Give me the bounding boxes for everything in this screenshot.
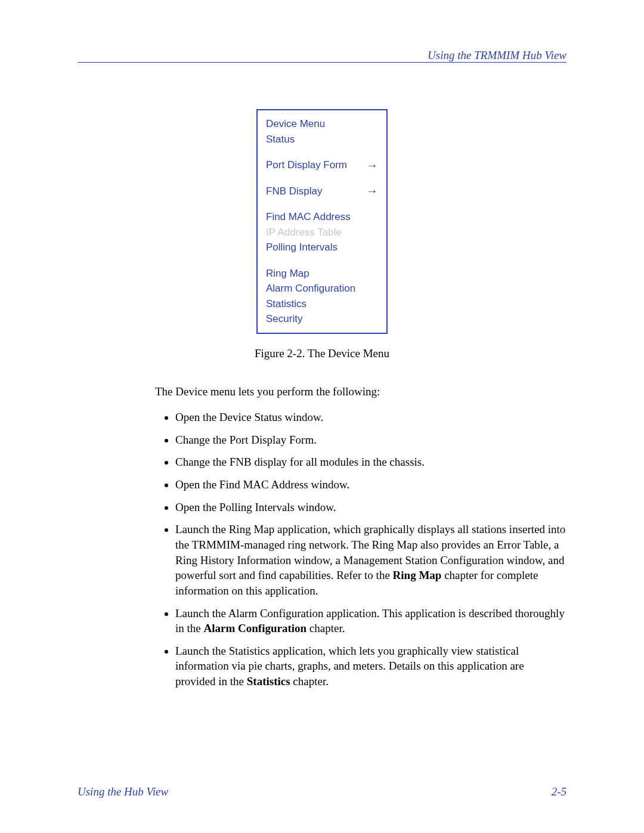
menu-item-label: Status bbox=[266, 132, 295, 147]
device-menu-box: Device Menu Status Port Display Form → F… bbox=[256, 109, 388, 334]
menu-item-find-mac-address[interactable]: Find MAC Address bbox=[266, 209, 378, 225]
intro-text: The Device menu lets you perform the fol… bbox=[155, 384, 566, 400]
menu-item-label: Find MAC Address bbox=[266, 209, 351, 225]
menu-title-text: Device Menu bbox=[266, 116, 325, 132]
menu-item-label: Alarm Configuration bbox=[266, 281, 355, 296]
header-rule bbox=[78, 62, 566, 63]
menu-item-label: Port Display Form bbox=[266, 157, 347, 173]
footer: Using the Hub View 2-5 bbox=[78, 785, 566, 798]
list-item: Open the Polling Intervals window. bbox=[175, 500, 566, 515]
list-item: Launch the Statistics application, which… bbox=[175, 643, 566, 689]
body-content: The Device menu lets you perform the fol… bbox=[155, 384, 566, 689]
footer-page-number: 2-5 bbox=[552, 785, 566, 798]
list-text: Change the Port Display Form. bbox=[175, 433, 317, 446]
list-text: chapter. bbox=[306, 622, 345, 634]
menu-item-label: Security bbox=[266, 311, 302, 327]
list-item: Change the FNB display for all modules i… bbox=[175, 454, 566, 470]
figure-caption: Figure 2-2. The Device Menu bbox=[255, 347, 389, 360]
chevron-right-icon: → bbox=[366, 159, 378, 171]
menu-item-label: Ring Map bbox=[266, 266, 309, 281]
menu-separator bbox=[266, 173, 378, 184]
footer-left: Using the Hub View bbox=[78, 785, 168, 798]
menu-item-fnb-display[interactable]: FNB Display → bbox=[266, 184, 378, 199]
menu-item-polling-intervals[interactable]: Polling Intervals bbox=[266, 240, 378, 255]
header-region: Using the TRMMIM Hub View bbox=[78, 49, 566, 63]
list-item: Open the Device Status window. bbox=[175, 410, 566, 425]
list-item: Launch the Alarm Configuration applicati… bbox=[175, 606, 566, 636]
menu-item-security[interactable]: Security bbox=[266, 311, 378, 327]
menu-separator bbox=[266, 147, 378, 157]
list-text: Change the FNB display for all modules i… bbox=[175, 456, 425, 468]
list-text: Open the Polling Intervals window. bbox=[175, 501, 336, 513]
bullet-list: Open the Device Status window. Change th… bbox=[155, 410, 566, 689]
figure: Device Menu Status Port Display Form → F… bbox=[78, 109, 566, 360]
statistics-ref: Statistics bbox=[247, 675, 290, 688]
menu-separator bbox=[266, 255, 378, 266]
section-title: Using the TRMMIM Hub View bbox=[78, 49, 566, 62]
list-item: Change the Port Display Form. bbox=[175, 432, 566, 448]
menu-item-statistics[interactable]: Statistics bbox=[266, 296, 378, 312]
menu-item-ip-address-table: IP Address Table bbox=[266, 225, 378, 240]
chevron-right-icon: → bbox=[366, 185, 378, 197]
menu-item-status[interactable]: Status bbox=[266, 132, 378, 147]
list-text: Launch the Statistics application, which… bbox=[175, 645, 524, 688]
alarm-config-ref: Alarm Configuration bbox=[204, 622, 307, 634]
ring-map-ref: Ring Map bbox=[393, 569, 442, 581]
menu-item-alarm-configuration[interactable]: Alarm Configuration bbox=[266, 281, 378, 296]
list-text: Open the Find MAC Address window. bbox=[175, 478, 349, 491]
menu-item-ring-map[interactable]: Ring Map bbox=[266, 266, 378, 281]
menu-item-label: Statistics bbox=[266, 296, 306, 312]
page: Using the TRMMIM Hub View Device Menu St… bbox=[0, 0, 644, 833]
menu-item-port-display-form[interactable]: Port Display Form → bbox=[266, 157, 378, 173]
menu-item-label: FNB Display bbox=[266, 184, 322, 199]
menu-separator bbox=[266, 199, 378, 209]
list-text: Open the Device Status window. bbox=[175, 411, 323, 423]
list-item: Launch the Ring Map application, which g… bbox=[175, 522, 566, 598]
menu-item-label: IP Address Table bbox=[266, 225, 342, 240]
list-item: Open the Find MAC Address window. bbox=[175, 477, 566, 493]
menu-title: Device Menu bbox=[266, 116, 378, 132]
menu-item-label: Polling Intervals bbox=[266, 240, 338, 255]
list-text: chapter. bbox=[290, 675, 329, 688]
